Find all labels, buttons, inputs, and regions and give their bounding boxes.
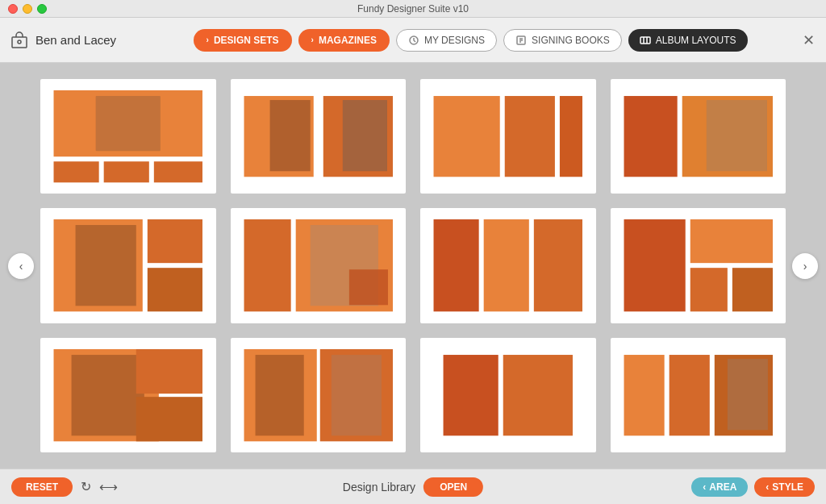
main-content: ‹ › — [0, 63, 826, 469]
svg-rect-29 — [148, 268, 202, 311]
bottom-right: ‹ AREA ‹ STYLE — [691, 477, 815, 497]
bottom-left: RESET ↻ ⟷ — [11, 477, 118, 497]
layout-preview — [236, 84, 402, 189]
carousel-right-arrow[interactable]: › — [792, 253, 818, 279]
svg-rect-11 — [154, 161, 202, 182]
svg-rect-18 — [434, 96, 500, 177]
carousel-left-arrow[interactable]: ‹ — [8, 253, 34, 279]
svg-rect-41 — [690, 219, 772, 263]
minimize-traffic-light[interactable] — [23, 4, 32, 14]
svg-rect-55 — [444, 355, 499, 435]
brand-name: Ben and Lacey — [35, 33, 116, 47]
svg-rect-14 — [269, 100, 310, 171]
svg-rect-8 — [96, 96, 161, 151]
layout-preview — [45, 343, 211, 448]
toolbar: Ben and Lacey › DESIGN SETS › MAGAZINES … — [0, 18, 826, 63]
svg-rect-47 — [136, 349, 202, 394]
svg-rect-36 — [434, 219, 479, 311]
app-title: Fundy Designer Suite v10 — [357, 3, 469, 15]
style-button[interactable]: ‹ STYLE — [754, 477, 815, 497]
layout-preview — [425, 343, 591, 448]
svg-rect-53 — [331, 355, 381, 435]
layout-preview — [425, 84, 591, 189]
signing-books-button[interactable]: SIGNING BOOKS — [503, 29, 622, 52]
layout-preview — [615, 343, 782, 448]
design-sets-button[interactable]: › DESIGN SETS — [194, 29, 292, 52]
layout-card[interactable] — [611, 338, 786, 452]
svg-rect-34 — [348, 270, 387, 306]
svg-rect-37 — [484, 219, 529, 311]
layout-preview — [425, 213, 591, 318]
my-designs-button[interactable]: MY DESIGNS — [396, 29, 497, 52]
brand-icon — [10, 31, 29, 50]
design-sets-label: DESIGN SETS — [214, 35, 279, 46]
layout-card[interactable] — [420, 338, 596, 452]
svg-rect-48 — [136, 397, 202, 441]
right-arrow-icon: › — [803, 260, 807, 273]
svg-rect-51 — [255, 355, 303, 435]
close-traffic-light[interactable] — [8, 4, 18, 14]
left-arrow-icon: ‹ — [19, 260, 23, 273]
layout-preview — [615, 84, 782, 189]
layout-card[interactable] — [611, 79, 786, 194]
svg-rect-28 — [148, 219, 202, 263]
open-button[interactable]: OPEN — [423, 477, 483, 497]
magazines-button[interactable]: › MAGAZINES — [298, 29, 390, 52]
album-layouts-label: ALBUM LAYOUTS — [656, 35, 736, 46]
brand-area: Ben and Lacey — [10, 31, 116, 50]
area-button[interactable]: ‹ AREA — [691, 477, 748, 497]
layout-card[interactable] — [231, 79, 407, 194]
area-label: AREA — [709, 481, 736, 493]
svg-rect-61 — [727, 359, 767, 430]
magazines-label: MAGAZINES — [319, 35, 377, 46]
svg-rect-43 — [732, 268, 772, 311]
layout-card[interactable] — [420, 79, 596, 194]
svg-rect-42 — [690, 268, 727, 311]
area-left-arrow: ‹ — [703, 481, 706, 493]
svg-point-1 — [18, 40, 21, 44]
refresh-button[interactable]: ↻ — [81, 479, 91, 494]
svg-rect-4 — [640, 37, 650, 44]
layouts-grid — [40, 79, 786, 452]
my-designs-icon — [408, 35, 419, 46]
svg-rect-16 — [342, 100, 386, 171]
layout-preview — [236, 343, 402, 448]
layout-card[interactable] — [231, 338, 407, 452]
svg-rect-40 — [624, 219, 685, 311]
maximize-traffic-light[interactable] — [37, 4, 47, 14]
svg-rect-10 — [104, 161, 149, 182]
refresh-icon: ↻ — [81, 480, 91, 494]
design-library-label: Design Library — [343, 481, 415, 494]
layout-card[interactable] — [231, 208, 407, 323]
svg-rect-27 — [76, 225, 136, 306]
title-bar: Fundy Designer Suite v10 — [0, 0, 826, 18]
layout-card[interactable] — [40, 208, 216, 323]
album-layouts-icon — [640, 35, 651, 46]
svg-rect-22 — [624, 96, 677, 177]
layout-preview — [615, 213, 782, 318]
reset-button[interactable]: RESET — [11, 477, 73, 497]
bottom-bar: RESET ↻ ⟷ Design Library OPEN ‹ AREA ‹ S… — [0, 469, 826, 504]
close-button[interactable]: ✕ — [803, 33, 815, 48]
layout-card[interactable] — [40, 79, 216, 194]
layout-card[interactable] — [420, 208, 596, 323]
layout-preview — [236, 213, 402, 318]
svg-rect-24 — [706, 100, 766, 171]
style-left-arrow: ‹ — [766, 481, 769, 493]
layout-preview — [45, 84, 211, 189]
album-layouts-button[interactable]: ALBUM LAYOUTS — [628, 29, 748, 52]
bottom-center: Design Library OPEN — [343, 477, 483, 497]
svg-rect-0 — [12, 37, 27, 48]
svg-rect-56 — [503, 355, 573, 435]
my-designs-label: MY DESIGNS — [424, 35, 485, 46]
svg-rect-59 — [669, 355, 709, 435]
layout-card[interactable] — [611, 208, 786, 323]
svg-rect-58 — [624, 355, 664, 435]
signing-books-icon — [515, 35, 527, 46]
arrow-button[interactable]: ⟷ — [99, 479, 118, 494]
svg-rect-20 — [560, 96, 582, 177]
layout-card[interactable] — [40, 338, 216, 452]
svg-rect-46 — [72, 355, 144, 435]
arrow-icon: ⟷ — [99, 480, 118, 494]
signing-books-label: SIGNING BOOKS — [532, 35, 610, 46]
